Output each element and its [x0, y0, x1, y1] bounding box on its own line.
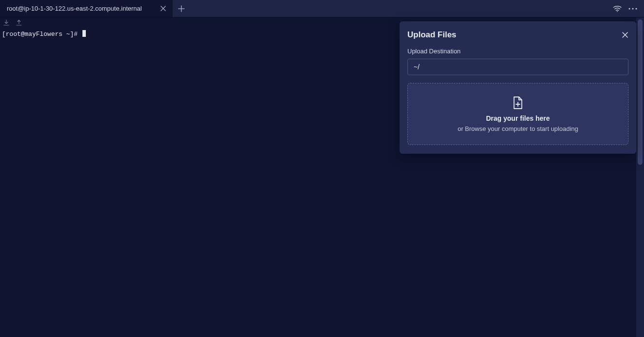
upload-icon[interactable]: [16, 19, 22, 26]
scrollbar-track[interactable]: [636, 17, 644, 337]
prompt-text: [root@mayFlowers ~]#: [2, 31, 81, 38]
svg-point-1: [628, 8, 630, 9]
svg-point-2: [632, 8, 633, 9]
wifi-icon[interactable]: [613, 5, 622, 12]
svg-point-3: [635, 8, 637, 9]
dropzone[interactable]: Drag your files here or Browse your comp…: [407, 83, 628, 145]
new-tab-button[interactable]: [173, 0, 190, 17]
upload-panel-header: Upload Files: [407, 30, 628, 40]
close-tab-icon[interactable]: [159, 5, 167, 13]
tabbar-spacer: [190, 0, 606, 17]
close-icon[interactable]: [622, 32, 628, 38]
file-add-icon: [512, 96, 524, 110]
destination-input[interactable]: [407, 59, 628, 75]
cursor: [82, 30, 86, 37]
tab-bar: root@ip-10-1-30-122.us-east-2.compute.in…: [0, 0, 644, 17]
upload-panel: Upload Files Upload Destination Drag you…: [400, 21, 636, 154]
tab-title: root@ip-10-1-30-122.us-east-2.compute.in…: [7, 5, 142, 12]
download-icon[interactable]: [3, 19, 10, 26]
upload-panel-title: Upload Files: [407, 30, 456, 40]
terminal-tab[interactable]: root@ip-10-1-30-122.us-east-2.compute.in…: [0, 0, 173, 17]
svg-point-0: [617, 11, 618, 12]
more-icon[interactable]: [628, 5, 637, 12]
tabbar-actions: [606, 0, 644, 17]
destination-label: Upload Destination: [407, 48, 628, 55]
dropzone-sub-text: or Browse your computer to start uploadi…: [458, 125, 579, 132]
scrollbar-thumb[interactable]: [638, 19, 643, 165]
dropzone-main-text: Drag your files here: [486, 114, 550, 122]
